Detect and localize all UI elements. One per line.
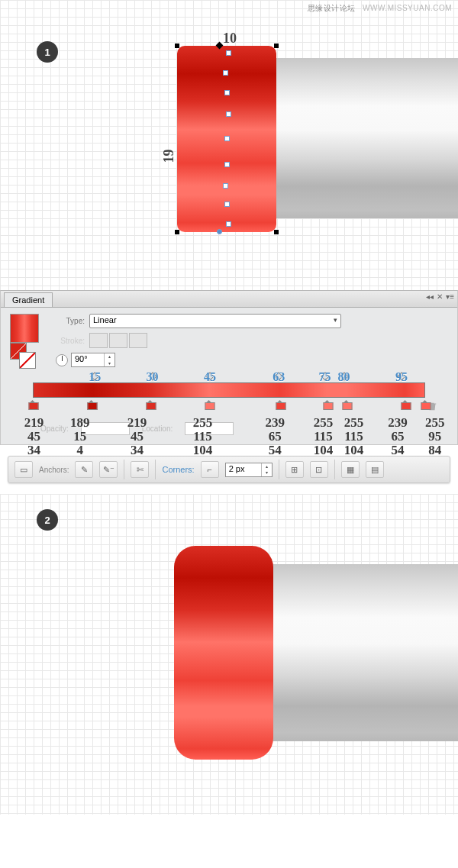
align-button[interactable]: ⊡ [310, 461, 328, 478]
tool-button[interactable]: ▭ [15, 461, 33, 478]
angle-dial-icon[interactable] [56, 354, 68, 366]
color-stop[interactable] [276, 398, 284, 408]
divider [155, 460, 156, 479]
selection-handle[interactable] [274, 230, 279, 234]
selection-handle[interactable] [175, 44, 179, 48]
anchor-point[interactable] [224, 136, 230, 141]
rgb-value: 2396554 [266, 416, 285, 457]
rgb-value: 255115104 [314, 416, 334, 457]
ferrule-shape [263, 58, 458, 218]
remove-anchor-button[interactable]: ✎⁻ [99, 461, 118, 478]
type-select[interactable]: Linear [89, 314, 341, 328]
color-stop[interactable] [421, 398, 430, 408]
eraser-shape-rounded [174, 546, 273, 760]
stroke-within-button[interactable] [89, 333, 108, 348]
stroke-label: Stroke: [45, 337, 85, 345]
anchors-label: Anchors: [39, 466, 69, 474]
color-stop[interactable] [402, 398, 410, 408]
step-badge-1: 1 [37, 41, 58, 63]
anchor-point[interactable] [224, 162, 230, 167]
anchor-point[interactable] [223, 183, 228, 189]
panel-close-icon[interactable]: ✕ [437, 292, 443, 301]
corner-type-button[interactable]: ⌐ [201, 461, 219, 478]
type-label: Type: [45, 317, 85, 325]
align-button[interactable]: ⊞ [285, 461, 304, 478]
selection-handle[interactable] [274, 44, 279, 48]
gradient-swatch-none[interactable] [19, 352, 36, 369]
convert-anchor-button[interactable]: ✎ [75, 461, 93, 478]
rgb-value: 189154 [70, 416, 90, 457]
color-stop[interactable] [343, 398, 351, 408]
stroke-along-button[interactable] [109, 333, 127, 348]
tab-gradient[interactable]: Gradient [4, 292, 53, 307]
watermark-chinese: 思缘设计论坛 [308, 4, 356, 12]
anchor-point-end[interactable] [217, 229, 222, 234]
watermark: 思缘设计论坛 WWW.MISSYUAN.COM [308, 3, 452, 14]
dimension-width: 10 [223, 31, 237, 47]
stroke-across-button[interactable] [129, 333, 147, 348]
rgb-value: 2194534 [127, 416, 147, 457]
rgb-value: 2559584 [425, 416, 445, 457]
panel-collapse-icon[interactable]: ◂◂ [426, 292, 434, 301]
divider [124, 460, 124, 479]
gradient-editor[interactable]: 15304563758095 [10, 372, 448, 413]
rgb-annotations: 2194534189154219453425511510423965542551… [10, 416, 448, 459]
cut-path-button[interactable]: ✄ [131, 461, 149, 478]
color-stop[interactable] [205, 398, 214, 408]
panel-tabbar: Gradient ◂◂ ✕ ▾≡ [1, 291, 457, 308]
anchor-point[interactable] [226, 111, 231, 117]
more-button[interactable]: ▤ [366, 461, 384, 478]
anchor-point[interactable] [223, 70, 228, 76]
rgb-value: 2396554 [388, 416, 408, 457]
panel-menu-icon[interactable]: ▾≡ [446, 292, 454, 301]
color-stop[interactable] [88, 398, 96, 408]
angle-input[interactable]: 90° ▴▾ [71, 353, 115, 367]
anchor-point[interactable] [226, 50, 231, 56]
anchor-point[interactable] [226, 221, 231, 227]
divider [334, 460, 335, 479]
canvas-step-2: 2 [0, 494, 458, 815]
gradient-panel: Gradient ◂◂ ✕ ▾≡ Type: Linear Stroke: [0, 290, 458, 445]
color-stop[interactable] [147, 398, 155, 408]
rgb-value: 255115104 [344, 416, 364, 457]
canvas-step-1: 思缘设计论坛 WWW.MISSYUAN.COM 1 10 19 [0, 0, 458, 290]
gradient-swatch-preview[interactable] [10, 314, 39, 343]
color-stop[interactable] [29, 398, 37, 408]
more-button[interactable]: ▦ [341, 461, 360, 478]
watermark-url: WWW.MISSYUAN.COM [363, 4, 452, 12]
anchor-point[interactable] [224, 90, 230, 95]
dimension-height: 19 [161, 150, 177, 163]
rgb-value: 255115104 [193, 416, 213, 457]
stroke-buttons [89, 333, 147, 348]
rgb-value: 2194534 [24, 416, 44, 457]
ferrule-shape [260, 564, 458, 741]
corners-label: Corners: [162, 465, 194, 474]
step-badge-2: 2 [37, 509, 58, 531]
gradient-bar[interactable] [33, 382, 425, 398]
selection-handle[interactable] [175, 230, 179, 234]
color-stop[interactable] [323, 398, 331, 408]
corners-input[interactable]: 2 px ▴▾ [225, 463, 273, 477]
anchor-point[interactable] [224, 202, 230, 207]
divider [279, 460, 279, 479]
options-toolbar: ▭ Anchors: ✎ ✎⁻ ✄ Corners: ⌐ 2 px ▴▾ ⊞ ⊡… [8, 456, 450, 483]
